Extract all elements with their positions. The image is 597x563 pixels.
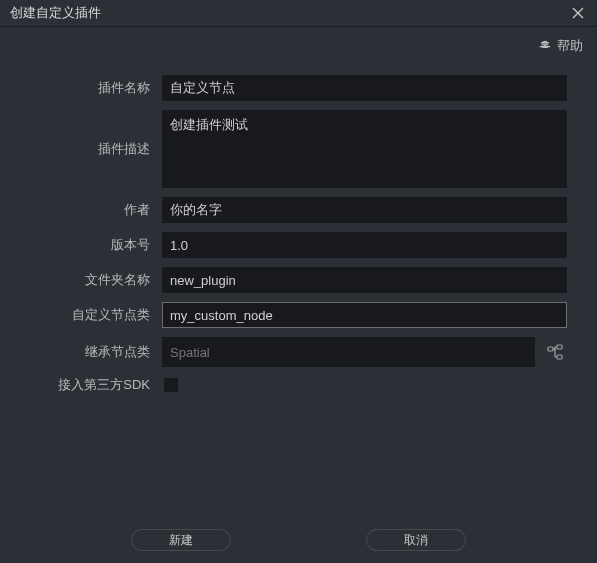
- svg-rect-2: [540, 46, 551, 47]
- custom-node-class-row: 自定义节点类: [30, 302, 567, 328]
- plugin-name-input[interactable]: [162, 75, 567, 101]
- author-label: 作者: [30, 201, 150, 219]
- plugin-name-label: 插件名称: [30, 79, 150, 97]
- help-bar: 帮助: [0, 27, 597, 65]
- third-party-sdk-label: 接入第三方SDK: [30, 376, 150, 394]
- title-bar: 创建自定义插件: [0, 0, 597, 27]
- cancel-button[interactable]: 取消: [366, 529, 466, 551]
- author-input[interactable]: [162, 197, 567, 223]
- footer: 新建 取消: [0, 529, 597, 551]
- help-link[interactable]: 帮助: [538, 37, 583, 55]
- form-container: 插件名称 插件描述 作者 版本号 文件夹名称 自定义节点类 继承节点类: [0, 65, 597, 413]
- help-label: 帮助: [557, 37, 583, 55]
- author-row: 作者: [30, 197, 567, 223]
- folder-name-row: 文件夹名称: [30, 267, 567, 293]
- plugin-name-row: 插件名称: [30, 75, 567, 101]
- plugin-desc-label: 插件描述: [30, 140, 150, 158]
- hierarchy-icon: [547, 344, 563, 360]
- help-icon: [538, 39, 552, 53]
- close-icon: [572, 7, 584, 19]
- svg-rect-5: [557, 355, 562, 359]
- version-label: 版本号: [30, 236, 150, 254]
- plugin-desc-input[interactable]: [162, 110, 567, 188]
- dialog-title: 创建自定义插件: [10, 4, 101, 22]
- svg-rect-3: [548, 347, 553, 351]
- inherit-node-class-label: 继承节点类: [30, 343, 150, 361]
- hierarchy-button[interactable]: [543, 340, 567, 364]
- version-row: 版本号: [30, 232, 567, 258]
- inherit-node-class-input[interactable]: [162, 337, 535, 367]
- version-input[interactable]: [162, 232, 567, 258]
- third-party-sdk-row: 接入第三方SDK: [30, 376, 567, 394]
- plugin-desc-row: 插件描述: [30, 110, 567, 188]
- svg-rect-4: [557, 345, 562, 349]
- folder-name-label: 文件夹名称: [30, 271, 150, 289]
- create-button[interactable]: 新建: [131, 529, 231, 551]
- custom-node-class-input[interactable]: [162, 302, 567, 328]
- inherit-node-class-row: 继承节点类: [30, 337, 567, 367]
- third-party-sdk-checkbox[interactable]: [164, 378, 178, 392]
- custom-node-class-label: 自定义节点类: [30, 306, 150, 324]
- folder-name-input[interactable]: [162, 267, 567, 293]
- close-button[interactable]: [569, 4, 587, 22]
